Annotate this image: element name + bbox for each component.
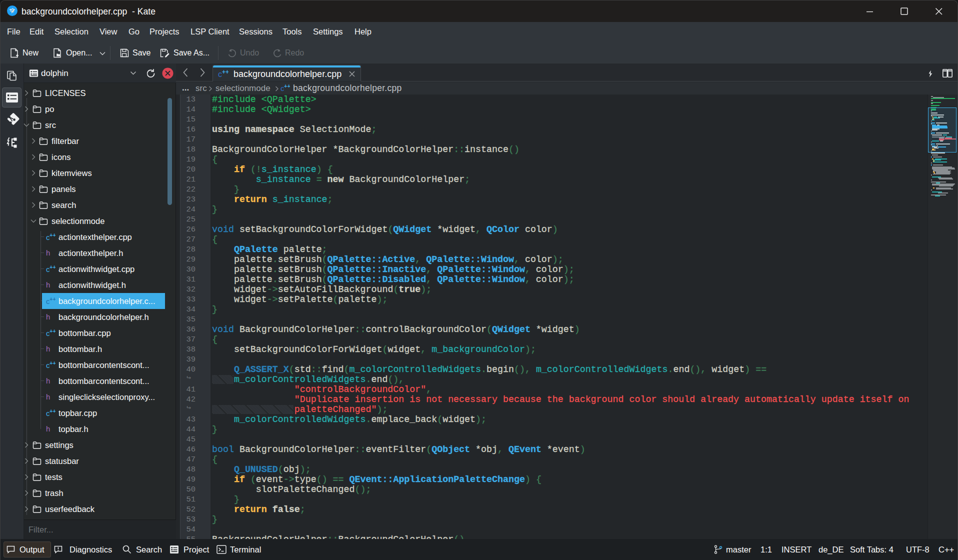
svg-text:++: ++ [50,328,56,334]
svg-text:h: h [46,344,50,353]
svg-text:h: h [46,392,50,401]
svg-text:++: ++ [50,360,56,366]
svg-text:++: ++ [50,408,56,414]
svg-text:h: h [46,280,50,289]
svg-text:h: h [46,424,50,433]
svg-text:++: ++ [284,84,290,89]
svg-text:++: ++ [50,296,56,302]
svg-text:h: h [46,376,50,385]
svg-text:h: h [46,248,50,257]
svg-text:c: c [218,70,222,78]
svg-text:++: ++ [50,264,56,270]
svg-text:++: ++ [222,69,228,76]
svg-text:++: ++ [50,232,56,238]
svg-text:h: h [46,312,50,321]
